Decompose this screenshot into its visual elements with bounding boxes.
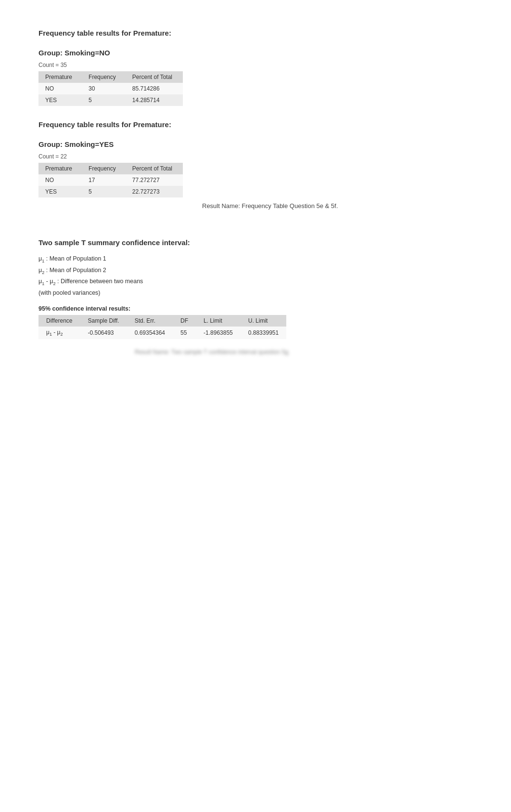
count-label-1: Count = 35	[38, 62, 473, 68]
ci-result-name-blurred: Result Name: Two sample T confidence int…	[135, 349, 473, 355]
ci-description: μ1 : Mean of Population 1 μ2 : Mean of P…	[38, 253, 473, 299]
cell-frequency: 30	[82, 83, 126, 94]
cell-frequency: 5	[82, 186, 126, 197]
freq-table-1: Premature Frequency Percent of Total NO …	[38, 71, 183, 106]
ci-col-df: DF	[173, 315, 196, 327]
ci-table: Difference Sample Diff. Std. Err. DF L. …	[38, 315, 286, 339]
ci-desc-line-2: μ2 : Mean of Population 2	[38, 265, 473, 276]
section-title-2: Frequency table results for Premature:	[38, 120, 473, 129]
block1: Frequency table results for Premature: G…	[38, 29, 473, 106]
ci-block: Two sample T summary confidence interval…	[38, 238, 473, 355]
table-row: YES 5 22.727273	[38, 186, 183, 197]
table-row: μ1 - μ2 -0.506493 0.69354364 55 -1.89638…	[38, 327, 286, 339]
ci-cell-std-err: 0.69354364	[127, 327, 173, 339]
cell-percent: 77.272727	[126, 174, 183, 186]
ci-cell-df: 55	[173, 327, 196, 339]
ci-desc-line-4: (with pooled variances)	[38, 288, 473, 299]
col-header-percent-1: Percent of Total	[126, 71, 183, 83]
table-row: NO 17 77.272727	[38, 174, 183, 186]
cell-premature: YES	[38, 186, 82, 197]
group-title-2: Group: Smoking=YES	[38, 140, 473, 148]
ci-confidence-label: 95% confidence interval results:	[38, 305, 473, 312]
col-header-premature-1: Premature	[38, 71, 82, 83]
result-name-freq: Result Name: Frequency Table Question 5e…	[202, 202, 473, 210]
ci-col-u-limit: U. Limit	[241, 315, 286, 327]
cell-premature: NO	[38, 174, 82, 186]
ci-desc-line-1: μ1 : Mean of Population 1	[38, 253, 473, 265]
ci-col-l-limit: L. Limit	[196, 315, 241, 327]
ci-cell-u-limit: 0.88339951	[241, 327, 286, 339]
ci-title: Two sample T summary confidence interval…	[38, 238, 473, 247]
cell-premature: YES	[38, 94, 82, 106]
cell-percent: 85.714286	[126, 83, 183, 94]
cell-frequency: 5	[82, 94, 126, 106]
block2: Frequency table results for Premature: G…	[38, 120, 473, 210]
group-title-1: Group: Smoking=NO	[38, 49, 473, 57]
col-header-frequency-2: Frequency	[82, 163, 126, 174]
col-header-percent-2: Percent of Total	[126, 163, 183, 174]
ci-col-std-err: Std. Err.	[127, 315, 173, 327]
cell-percent: 22.727273	[126, 186, 183, 197]
ci-cell-difference: μ1 - μ2	[38, 327, 80, 339]
freq-table-2: Premature Frequency Percent of Total NO …	[38, 163, 183, 197]
cell-percent: 14.285714	[126, 94, 183, 106]
ci-cell-sample-diff: -0.506493	[80, 327, 127, 339]
ci-col-difference: Difference	[38, 315, 80, 327]
table-row: YES 5 14.285714	[38, 94, 183, 106]
table-row: NO 30 85.714286	[38, 83, 183, 94]
cell-frequency: 17	[82, 174, 126, 186]
cell-premature: NO	[38, 83, 82, 94]
ci-desc-line-3: μ1 - μ2 : Difference between two means	[38, 276, 473, 288]
ci-col-sample-diff: Sample Diff.	[80, 315, 127, 327]
col-header-premature-2: Premature	[38, 163, 82, 174]
count-label-2: Count = 22	[38, 153, 473, 160]
section-title-1: Frequency table results for Premature:	[38, 29, 473, 37]
ci-cell-l-limit: -1.8963855	[196, 327, 241, 339]
col-header-frequency-1: Frequency	[82, 71, 126, 83]
